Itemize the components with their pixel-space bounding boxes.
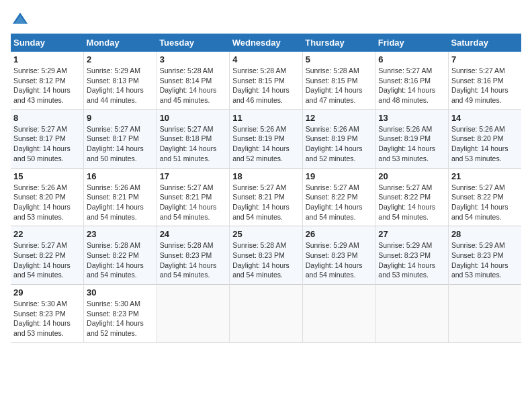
calendar-cell: [375, 285, 449, 343]
day-number: 25: [232, 229, 300, 239]
calendar-cell: 7Sunrise: 5:27 AMSunset: 8:16 PMDaylight…: [448, 52, 521, 109]
weekday-header-saturday: Saturday: [448, 34, 521, 52]
day-info: Sunrise: 5:28 AMSunset: 8:14 PMDaylight:…: [160, 66, 227, 105]
day-info: Sunrise: 5:27 AMSunset: 8:22 PMDaylight:…: [451, 183, 519, 222]
day-info: Sunrise: 5:27 AMSunset: 8:22 PMDaylight:…: [13, 240, 81, 280]
weekday-header-sunday: Sunday: [11, 34, 84, 52]
day-number: 30: [87, 287, 154, 298]
day-number: 16: [87, 171, 154, 181]
day-number: 6: [378, 54, 445, 64]
calendar-cell: 19Sunrise: 5:27 AMSunset: 8:22 PMDayligh…: [302, 168, 375, 226]
calendar-cell: 20Sunrise: 5:27 AMSunset: 8:22 PMDayligh…: [375, 168, 449, 226]
calendar-cell: 27Sunrise: 5:29 AMSunset: 8:23 PMDayligh…: [375, 226, 449, 285]
weekday-header-friday: Friday: [375, 34, 449, 52]
day-number: 22: [13, 229, 81, 239]
calendar-week-3: 15Sunrise: 5:26 AMSunset: 8:20 PMDayligh…: [11, 168, 521, 226]
day-info: Sunrise: 5:27 AMSunset: 8:21 PMDaylight:…: [160, 183, 227, 222]
day-number: 13: [378, 113, 445, 123]
weekday-header-tuesday: Tuesday: [157, 34, 230, 52]
logo: [11, 11, 32, 30]
day-number: 8: [13, 113, 81, 123]
day-number: 28: [451, 229, 519, 239]
calendar-cell: 30Sunrise: 5:30 AMSunset: 8:23 PMDayligh…: [84, 285, 157, 343]
day-info: Sunrise: 5:27 AMSunset: 8:18 PMDaylight:…: [160, 124, 227, 164]
calendar-cell: 16Sunrise: 5:26 AMSunset: 8:21 PMDayligh…: [84, 168, 157, 226]
day-info: Sunrise: 5:28 AMSunset: 8:15 PMDaylight:…: [306, 66, 373, 105]
weekday-row: SundayMondayTuesdayWednesdayThursdayFrid…: [11, 34, 521, 52]
day-info: Sunrise: 5:28 AMSunset: 8:23 PMDaylight:…: [232, 240, 300, 280]
day-number: 27: [378, 229, 445, 239]
day-info: Sunrise: 5:28 AMSunset: 8:22 PMDaylight:…: [87, 240, 154, 280]
calendar-cell: 24Sunrise: 5:28 AMSunset: 8:23 PMDayligh…: [157, 226, 230, 285]
calendar-cell: [157, 285, 230, 343]
day-info: Sunrise: 5:28 AMSunset: 8:23 PMDaylight:…: [160, 240, 227, 280]
day-info: Sunrise: 5:26 AMSunset: 8:20 PMDaylight:…: [13, 183, 81, 222]
calendar-cell: 12Sunrise: 5:26 AMSunset: 8:19 PMDayligh…: [302, 109, 375, 168]
day-info: Sunrise: 5:30 AMSunset: 8:23 PMDaylight:…: [87, 299, 154, 338]
day-number: 21: [451, 171, 519, 181]
day-info: Sunrise: 5:26 AMSunset: 8:20 PMDaylight:…: [451, 124, 519, 164]
header: [11, 11, 521, 30]
day-info: Sunrise: 5:26 AMSunset: 8:21 PMDaylight:…: [87, 183, 154, 222]
day-info: Sunrise: 5:27 AMSunset: 8:22 PMDaylight:…: [306, 183, 373, 222]
day-info: Sunrise: 5:26 AMSunset: 8:19 PMDaylight:…: [232, 124, 300, 164]
day-info: Sunrise: 5:28 AMSunset: 8:15 PMDaylight:…: [232, 66, 300, 105]
calendar-header: SundayMondayTuesdayWednesdayThursdayFrid…: [11, 34, 521, 52]
day-number: 19: [306, 171, 373, 181]
calendar-table: SundayMondayTuesdayWednesdayThursdayFrid…: [11, 34, 521, 343]
calendar-cell: 18Sunrise: 5:27 AMSunset: 8:21 PMDayligh…: [230, 168, 303, 226]
day-info: Sunrise: 5:29 AMSunset: 8:13 PMDaylight:…: [87, 66, 154, 105]
weekday-header-thursday: Thursday: [302, 34, 375, 52]
weekday-header-monday: Monday: [84, 34, 157, 52]
day-number: 4: [232, 54, 300, 64]
day-number: 20: [378, 171, 445, 181]
calendar-cell: 23Sunrise: 5:28 AMSunset: 8:22 PMDayligh…: [84, 226, 157, 285]
day-info: Sunrise: 5:27 AMSunset: 8:17 PMDaylight:…: [13, 124, 81, 164]
calendar-cell: [230, 285, 303, 343]
day-number: 11: [232, 113, 300, 123]
weekday-header-wednesday: Wednesday: [230, 34, 303, 52]
day-info: Sunrise: 5:27 AMSunset: 8:17 PMDaylight:…: [87, 124, 154, 164]
calendar-cell: 8Sunrise: 5:27 AMSunset: 8:17 PMDaylight…: [11, 109, 84, 168]
day-info: Sunrise: 5:29 AMSunset: 8:23 PMDaylight:…: [378, 240, 445, 280]
calendar-cell: 11Sunrise: 5:26 AMSunset: 8:19 PMDayligh…: [230, 109, 303, 168]
day-number: 24: [160, 229, 227, 239]
calendar-cell: 17Sunrise: 5:27 AMSunset: 8:21 PMDayligh…: [157, 168, 230, 226]
day-number: 23: [87, 229, 154, 239]
calendar-cell: 9Sunrise: 5:27 AMSunset: 8:17 PMDaylight…: [84, 109, 157, 168]
day-info: Sunrise: 5:29 AMSunset: 8:12 PMDaylight:…: [13, 66, 81, 105]
calendar-cell: [448, 285, 521, 343]
calendar-body: 1Sunrise: 5:29 AMSunset: 8:12 PMDaylight…: [11, 52, 521, 342]
day-number: 9: [87, 113, 154, 123]
day-number: 1: [13, 54, 81, 64]
day-number: 3: [160, 54, 227, 64]
calendar-cell: 1Sunrise: 5:29 AMSunset: 8:12 PMDaylight…: [11, 52, 84, 109]
calendar-cell: 6Sunrise: 5:27 AMSunset: 8:16 PMDaylight…: [375, 52, 449, 109]
day-number: 2: [87, 54, 154, 64]
day-info: Sunrise: 5:27 AMSunset: 8:16 PMDaylight:…: [451, 66, 519, 105]
calendar-cell: 2Sunrise: 5:29 AMSunset: 8:13 PMDaylight…: [84, 52, 157, 109]
day-number: 10: [160, 113, 227, 123]
day-number: 29: [13, 287, 81, 298]
calendar-cell: 28Sunrise: 5:29 AMSunset: 8:23 PMDayligh…: [448, 226, 521, 285]
calendar-cell: 21Sunrise: 5:27 AMSunset: 8:22 PMDayligh…: [448, 168, 521, 226]
day-info: Sunrise: 5:29 AMSunset: 8:23 PMDaylight:…: [306, 240, 373, 280]
day-info: Sunrise: 5:27 AMSunset: 8:16 PMDaylight:…: [378, 66, 445, 105]
day-number: 26: [306, 229, 373, 239]
calendar-cell: 14Sunrise: 5:26 AMSunset: 8:20 PMDayligh…: [448, 109, 521, 168]
day-number: 7: [451, 54, 519, 64]
day-info: Sunrise: 5:27 AMSunset: 8:21 PMDaylight:…: [232, 183, 300, 222]
calendar-cell: 15Sunrise: 5:26 AMSunset: 8:20 PMDayligh…: [11, 168, 84, 226]
calendar-cell: [302, 285, 375, 343]
calendar-cell: 3Sunrise: 5:28 AMSunset: 8:14 PMDaylight…: [157, 52, 230, 109]
calendar-week-5: 29Sunrise: 5:30 AMSunset: 8:23 PMDayligh…: [11, 285, 521, 343]
day-number: 18: [232, 171, 300, 181]
day-number: 14: [451, 113, 519, 123]
day-info: Sunrise: 5:26 AMSunset: 8:19 PMDaylight:…: [378, 124, 445, 164]
calendar-cell: 22Sunrise: 5:27 AMSunset: 8:22 PMDayligh…: [11, 226, 84, 285]
day-info: Sunrise: 5:29 AMSunset: 8:23 PMDaylight:…: [451, 240, 519, 280]
calendar-week-4: 22Sunrise: 5:27 AMSunset: 8:22 PMDayligh…: [11, 226, 521, 285]
calendar-cell: 4Sunrise: 5:28 AMSunset: 8:15 PMDaylight…: [230, 52, 303, 109]
calendar-week-2: 8Sunrise: 5:27 AMSunset: 8:17 PMDaylight…: [11, 109, 521, 168]
calendar-cell: 10Sunrise: 5:27 AMSunset: 8:18 PMDayligh…: [157, 109, 230, 168]
